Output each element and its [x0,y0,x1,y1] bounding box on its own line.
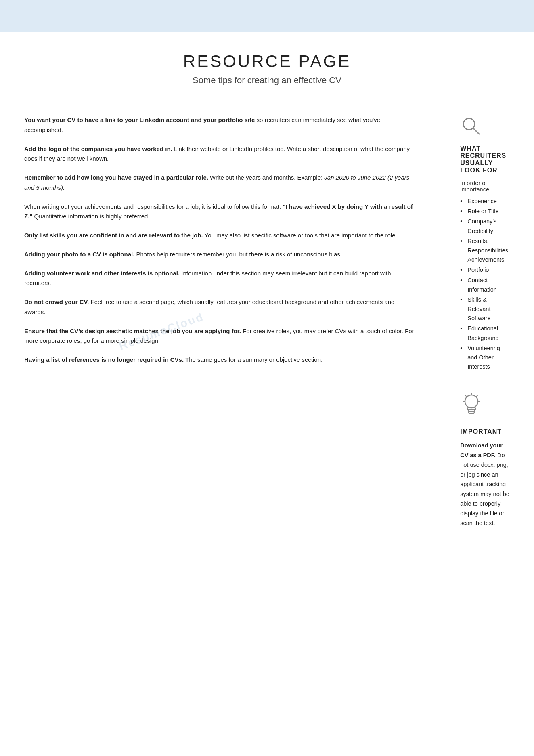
left-column: You want your CV to have a link to your … [24,115,440,548]
search-icon [460,115,510,138]
list-item: Company's Credibility [460,217,510,235]
tip-skills: Only list skills you are confident in an… [24,231,415,241]
svg-rect-5 [469,412,474,413]
svg-line-8 [465,395,467,397]
list-item: Skills & Relevant Software [460,295,510,323]
tip-linkedin: You want your CV to have a link to your … [24,115,415,135]
important-section: IMPORTANT Download your CV as a PDF. Do … [460,392,510,528]
list-item: Contact Information [460,276,510,294]
tip-volunteer: Adding volunteer work and other interest… [24,269,415,289]
important-heading: IMPORTANT [460,428,510,435]
svg-line-7 [476,395,477,397]
svg-point-2 [465,395,478,408]
svg-point-0 [463,118,475,130]
svg-line-1 [473,128,479,134]
header-band [0,0,534,32]
tip-design: Ensure that the CV's design aesthetic ma… [24,326,415,346]
important-text: Download your CV as a PDF. Do not use do… [460,441,510,528]
right-column: WHAT RECRUITERS USUALLY LOOK FOR In orde… [440,115,510,548]
page-main-title: RESOURCE PAGE [0,52,534,71]
recruiters-heading: WHAT RECRUITERS USUALLY LOOK FOR [460,145,510,174]
tip-references: Having a list of references is no longer… [24,355,415,365]
recruiters-section: WHAT RECRUITERS USUALLY LOOK FOR In orde… [460,115,510,372]
list-item: Role or Title [460,207,510,216]
tip-logo: Add the logo of the companies you have w… [24,144,415,164]
page-title-section: RESOURCE PAGE Some tips for creating an … [0,32,534,99]
tip-duration: Remember to add how long you have stayed… [24,173,415,193]
recruiter-list: Experience Role or Title Company's Credi… [460,197,510,372]
tip-photo: Adding your photo to a CV is optional. P… [24,250,415,260]
list-item: Portfolio [460,265,510,275]
tips-column: You want your CV to have a link to your … [24,115,440,365]
page-subtitle: Some tips for creating an effective CV [0,75,534,86]
list-item: Volunteering and Other Interests [460,344,510,372]
tip-achievements: When writing out your achievements and r… [24,202,415,222]
tip-crowd: Do not crowd your CV. Feel free to use a… [24,297,415,317]
list-item: Educational Background [460,324,510,342]
list-item: Experience [460,197,510,206]
order-label: In order of importance: [460,180,510,193]
list-item: Results, Responsibilities, Achievements [460,237,510,265]
lightbulb-icon [460,392,510,421]
